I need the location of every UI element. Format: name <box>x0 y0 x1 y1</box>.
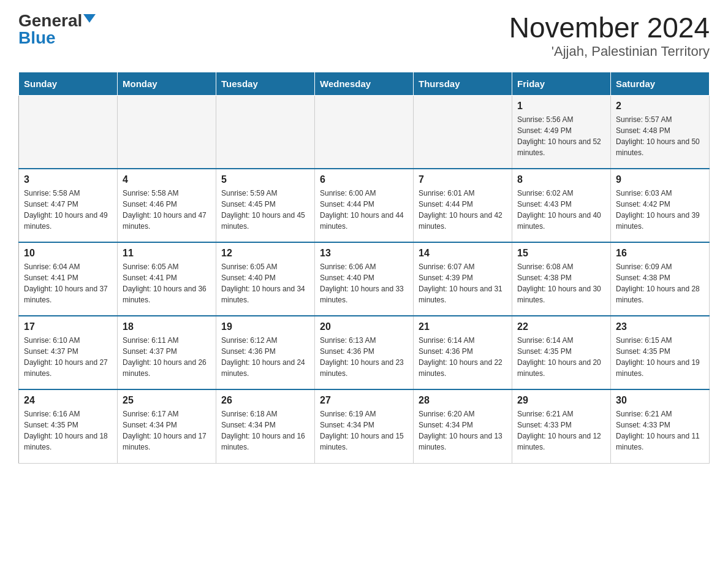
day-number: 10 <box>24 248 112 259</box>
calendar-cell: 14Sunrise: 6:07 AM Sunset: 4:39 PM Dayli… <box>414 242 512 316</box>
day-info: Sunrise: 6:11 AM Sunset: 4:37 PM Dayligh… <box>123 335 211 379</box>
calendar-week-1: 3Sunrise: 5:58 AM Sunset: 4:47 PM Daylig… <box>19 169 710 242</box>
day-info: Sunrise: 5:57 AM Sunset: 4:48 PM Dayligh… <box>616 114 704 158</box>
header-tuesday: Tuesday <box>216 72 315 95</box>
calendar-cell: 21Sunrise: 6:14 AM Sunset: 4:36 PM Dayli… <box>414 316 512 389</box>
day-info: Sunrise: 6:01 AM Sunset: 4:44 PM Dayligh… <box>419 188 507 232</box>
calendar-cell: 7Sunrise: 6:01 AM Sunset: 4:44 PM Daylig… <box>414 169 512 242</box>
calendar-cell: 5Sunrise: 5:59 AM Sunset: 4:45 PM Daylig… <box>216 169 315 242</box>
day-number: 30 <box>616 395 704 406</box>
day-number: 28 <box>419 395 507 406</box>
day-info: Sunrise: 6:08 AM Sunset: 4:38 PM Dayligh… <box>517 261 605 305</box>
calendar-cell: 26Sunrise: 6:18 AM Sunset: 4:34 PM Dayli… <box>216 389 315 463</box>
day-number: 3 <box>24 174 112 185</box>
calendar-title: November 2024 <box>509 12 710 44</box>
day-number: 6 <box>320 174 408 185</box>
day-info: Sunrise: 6:00 AM Sunset: 4:44 PM Dayligh… <box>320 188 408 232</box>
calendar-body: 1Sunrise: 5:56 AM Sunset: 4:49 PM Daylig… <box>19 95 710 463</box>
day-number: 9 <box>616 174 704 185</box>
day-number: 16 <box>616 248 704 259</box>
calendar-cell: 10Sunrise: 6:04 AM Sunset: 4:41 PM Dayli… <box>19 242 118 316</box>
day-info: Sunrise: 6:21 AM Sunset: 4:33 PM Dayligh… <box>616 408 704 453</box>
calendar-cell: 16Sunrise: 6:09 AM Sunset: 4:38 PM Dayli… <box>611 242 710 316</box>
calendar-week-3: 17Sunrise: 6:10 AM Sunset: 4:37 PM Dayli… <box>19 316 710 389</box>
day-info: Sunrise: 6:15 AM Sunset: 4:35 PM Dayligh… <box>616 335 704 379</box>
calendar-cell: 9Sunrise: 6:03 AM Sunset: 4:42 PM Daylig… <box>611 169 710 242</box>
calendar-cell: 24Sunrise: 6:16 AM Sunset: 4:35 PM Dayli… <box>19 389 118 463</box>
calendar-cell: 29Sunrise: 6:21 AM Sunset: 4:33 PM Dayli… <box>512 389 611 463</box>
calendar-cell: 2Sunrise: 5:57 AM Sunset: 4:48 PM Daylig… <box>611 95 710 169</box>
calendar-cell: 25Sunrise: 6:17 AM Sunset: 4:34 PM Dayli… <box>118 389 216 463</box>
calendar-cell: 19Sunrise: 6:12 AM Sunset: 4:36 PM Dayli… <box>216 316 315 389</box>
day-number: 26 <box>221 395 309 406</box>
title-section: November 2024 'Ajjah, Palestinian Territ… <box>509 12 710 59</box>
day-number: 1 <box>517 101 605 112</box>
header-sunday: Sunday <box>19 72 118 95</box>
day-number: 2 <box>616 101 704 112</box>
logo: General Blue <box>18 12 96 47</box>
day-number: 12 <box>221 248 309 259</box>
day-number: 13 <box>320 248 408 259</box>
day-info: Sunrise: 6:07 AM Sunset: 4:39 PM Dayligh… <box>419 261 507 305</box>
calendar-week-4: 24Sunrise: 6:16 AM Sunset: 4:35 PM Dayli… <box>19 389 710 463</box>
calendar-cell <box>19 95 118 169</box>
logo-blue-text: Blue <box>18 29 56 47</box>
header-saturday: Saturday <box>611 72 710 95</box>
header-row: Sunday Monday Tuesday Wednesday Thursday… <box>19 72 710 95</box>
day-info: Sunrise: 5:59 AM Sunset: 4:45 PM Dayligh… <box>221 188 309 232</box>
day-info: Sunrise: 5:56 AM Sunset: 4:49 PM Dayligh… <box>517 114 605 158</box>
day-number: 18 <box>123 321 211 332</box>
logo-general-text: General <box>18 12 82 29</box>
calendar-cell <box>414 95 512 169</box>
calendar-cell: 18Sunrise: 6:11 AM Sunset: 4:37 PM Dayli… <box>118 316 216 389</box>
calendar-cell: 1Sunrise: 5:56 AM Sunset: 4:49 PM Daylig… <box>512 95 611 169</box>
calendar-week-0: 1Sunrise: 5:56 AM Sunset: 4:49 PM Daylig… <box>19 95 710 169</box>
day-number: 20 <box>320 321 408 332</box>
calendar-cell: 6Sunrise: 6:00 AM Sunset: 4:44 PM Daylig… <box>315 169 414 242</box>
calendar-cell: 4Sunrise: 5:58 AM Sunset: 4:46 PM Daylig… <box>118 169 216 242</box>
day-number: 8 <box>517 174 605 185</box>
day-info: Sunrise: 6:02 AM Sunset: 4:43 PM Dayligh… <box>517 188 605 232</box>
day-number: 27 <box>320 395 408 406</box>
day-info: Sunrise: 6:09 AM Sunset: 4:38 PM Dayligh… <box>616 261 704 305</box>
day-info: Sunrise: 6:14 AM Sunset: 4:36 PM Dayligh… <box>419 335 507 379</box>
day-number: 22 <box>517 321 605 332</box>
calendar-cell: 20Sunrise: 6:13 AM Sunset: 4:36 PM Dayli… <box>315 316 414 389</box>
day-info: Sunrise: 5:58 AM Sunset: 4:46 PM Dayligh… <box>123 188 211 232</box>
header-thursday: Thursday <box>414 72 512 95</box>
calendar-cell: 15Sunrise: 6:08 AM Sunset: 4:38 PM Dayli… <box>512 242 611 316</box>
calendar-cell: 22Sunrise: 6:14 AM Sunset: 4:35 PM Dayli… <box>512 316 611 389</box>
day-number: 11 <box>123 248 211 259</box>
calendar-cell: 3Sunrise: 5:58 AM Sunset: 4:47 PM Daylig… <box>19 169 118 242</box>
calendar-table: Sunday Monday Tuesday Wednesday Thursday… <box>18 72 710 464</box>
day-number: 14 <box>419 248 507 259</box>
day-number: 29 <box>517 395 605 406</box>
header-wednesday: Wednesday <box>315 72 414 95</box>
calendar-week-2: 10Sunrise: 6:04 AM Sunset: 4:41 PM Dayli… <box>19 242 710 316</box>
calendar-cell <box>315 95 414 169</box>
day-info: Sunrise: 6:14 AM Sunset: 4:35 PM Dayligh… <box>517 335 605 379</box>
day-info: Sunrise: 6:10 AM Sunset: 4:37 PM Dayligh… <box>24 335 112 379</box>
day-number: 4 <box>123 174 211 185</box>
calendar-cell: 11Sunrise: 6:05 AM Sunset: 4:41 PM Dayli… <box>118 242 216 316</box>
calendar-cell: 8Sunrise: 6:02 AM Sunset: 4:43 PM Daylig… <box>512 169 611 242</box>
day-info: Sunrise: 6:19 AM Sunset: 4:34 PM Dayligh… <box>320 408 408 453</box>
day-info: Sunrise: 6:20 AM Sunset: 4:34 PM Dayligh… <box>419 408 507 453</box>
calendar-cell: 28Sunrise: 6:20 AM Sunset: 4:34 PM Dayli… <box>414 389 512 463</box>
calendar-cell: 12Sunrise: 6:05 AM Sunset: 4:40 PM Dayli… <box>216 242 315 316</box>
day-info: Sunrise: 6:05 AM Sunset: 4:40 PM Dayligh… <box>221 261 309 305</box>
header-friday: Friday <box>512 72 611 95</box>
calendar-header: Sunday Monday Tuesday Wednesday Thursday… <box>19 72 710 95</box>
day-info: Sunrise: 6:05 AM Sunset: 4:41 PM Dayligh… <box>123 261 211 305</box>
page-header: General Blue November 2024 'Ajjah, Pales… <box>18 12 710 59</box>
day-number: 19 <box>221 321 309 332</box>
calendar-cell: 17Sunrise: 6:10 AM Sunset: 4:37 PM Dayli… <box>19 316 118 389</box>
day-number: 17 <box>24 321 112 332</box>
day-number: 21 <box>419 321 507 332</box>
day-info: Sunrise: 6:04 AM Sunset: 4:41 PM Dayligh… <box>24 261 112 305</box>
day-number: 23 <box>616 321 704 332</box>
day-info: Sunrise: 6:06 AM Sunset: 4:40 PM Dayligh… <box>320 261 408 305</box>
day-number: 7 <box>419 174 507 185</box>
calendar-cell <box>216 95 315 169</box>
day-info: Sunrise: 6:12 AM Sunset: 4:36 PM Dayligh… <box>221 335 309 379</box>
